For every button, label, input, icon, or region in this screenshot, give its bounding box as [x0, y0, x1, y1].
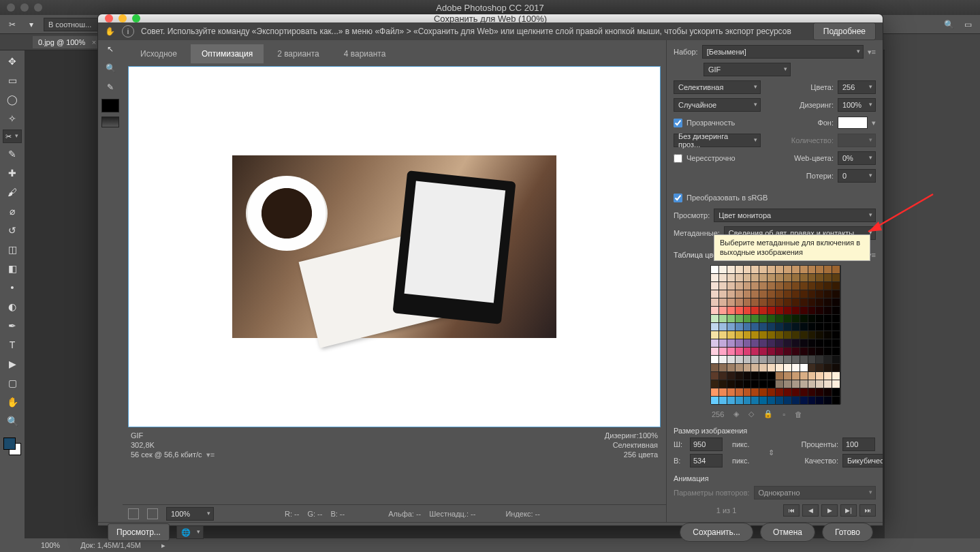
palette-swatch[interactable]: [800, 331, 808, 339]
palette-swatch[interactable]: [744, 274, 752, 282]
palette-swatch[interactable]: [784, 364, 792, 372]
shape-tool-icon[interactable]: ▢: [3, 375, 22, 391]
more-button[interactable]: Подробнее: [813, 22, 876, 40]
palette-swatch[interactable]: [759, 348, 768, 356]
palette-swatch[interactable]: [800, 356, 808, 364]
palette-type-select[interactable]: Селективная: [674, 80, 761, 94]
palette-swatch[interactable]: [776, 380, 784, 388]
palette-swatch[interactable]: [711, 298, 719, 307]
palette-swatch[interactable]: [816, 274, 824, 282]
palette-swatch[interactable]: [776, 388, 784, 397]
palette-swatch[interactable]: [736, 380, 744, 388]
palette-swatch[interactable]: [792, 339, 800, 348]
palette-swatch[interactable]: [768, 331, 776, 339]
palette-swatch[interactable]: [768, 364, 776, 372]
palette-swatch[interactable]: [751, 307, 759, 315]
palette-swatch[interactable]: [759, 397, 768, 405]
palette-swatch[interactable]: [832, 331, 840, 339]
interlaced-checkbox[interactable]: [674, 154, 682, 163]
palette-swatch[interactable]: [751, 298, 759, 307]
palette-swatch[interactable]: [736, 388, 744, 397]
preset-select[interactable]: [Безымени]: [702, 45, 864, 59]
lasso-tool-icon[interactable]: ◯: [3, 91, 22, 108]
palette-swatch[interactable]: [776, 298, 784, 307]
palette-swatch[interactable]: [808, 397, 817, 405]
palette-swatch[interactable]: [824, 348, 832, 356]
healing-tool-icon[interactable]: ✚: [3, 165, 22, 181]
palette-swatch[interactable]: [784, 298, 792, 307]
palette-swatch[interactable]: [808, 298, 817, 307]
palette-swatch[interactable]: [711, 364, 719, 372]
palette-swatch[interactable]: [736, 298, 744, 307]
palette-swatch[interactable]: [824, 364, 832, 372]
play-button[interactable]: ▶: [821, 504, 838, 517]
brush-tool-icon[interactable]: 🖌: [3, 184, 22, 200]
palette-swatch[interactable]: [727, 339, 736, 348]
palette-swatch[interactable]: [808, 282, 817, 290]
palette-swatch[interactable]: [719, 380, 727, 388]
palette-swatch[interactable]: [832, 282, 840, 290]
pointer-icon[interactable]: ↖: [102, 42, 118, 57]
palette-swatch[interactable]: [792, 290, 800, 298]
palette-swatch[interactable]: [768, 388, 776, 397]
tab-original[interactable]: Исходное: [129, 44, 188, 63]
crop-tool-icon[interactable]: ✂: [3, 129, 22, 143]
palette-swatch[interactable]: [800, 372, 808, 380]
palette-swatch[interactable]: [832, 307, 840, 315]
palette-swatch[interactable]: [808, 323, 817, 331]
palette-swatch[interactable]: [784, 388, 792, 397]
palette-swatch[interactable]: [808, 380, 817, 388]
lock-icon[interactable]: 🔒: [763, 410, 773, 418]
palette-swatch[interactable]: [808, 388, 817, 397]
palette-swatch[interactable]: [727, 315, 736, 323]
wand-tool-icon[interactable]: ✧: [3, 110, 22, 127]
palette-swatch[interactable]: [800, 323, 808, 331]
palette-swatch[interactable]: [759, 364, 768, 372]
palette-swatch[interactable]: [751, 290, 759, 298]
slice-visibility-icon[interactable]: [101, 117, 119, 127]
palette-swatch[interactable]: [832, 290, 840, 298]
trash-icon[interactable]: 🗑: [795, 410, 802, 418]
palette-swatch[interactable]: [711, 282, 719, 290]
palette-swatch[interactable]: [792, 266, 800, 274]
palette-swatch[interactable]: [824, 388, 832, 397]
palette-swatch[interactable]: [784, 315, 792, 323]
quality-select[interactable]: Бикубическая: [842, 454, 883, 467]
palette-swatch[interactable]: [759, 298, 768, 307]
palette-swatch[interactable]: [744, 331, 752, 339]
stamp-tool-icon[interactable]: ⌀: [3, 203, 22, 219]
palette-swatch[interactable]: [816, 282, 824, 290]
palette-swatch[interactable]: [824, 380, 832, 388]
palette-swatch[interactable]: [792, 282, 800, 290]
palette-swatch[interactable]: [759, 315, 768, 323]
palette-swatch[interactable]: [800, 339, 808, 348]
palette-swatch[interactable]: [824, 290, 832, 298]
prev-frame-button[interactable]: ◀: [802, 504, 819, 517]
palette-swatch[interactable]: [719, 298, 727, 307]
search-icon[interactable]: 🔍: [942, 18, 955, 31]
palette-swatch[interactable]: [744, 282, 752, 290]
palette-swatch[interactable]: [751, 372, 759, 380]
palette-swatch[interactable]: [711, 266, 719, 274]
palette-swatch[interactable]: [792, 397, 800, 405]
palette-swatch[interactable]: [759, 282, 768, 290]
palette-swatch[interactable]: [759, 380, 768, 388]
palette-swatch[interactable]: [719, 266, 727, 274]
palette-swatch[interactable]: [711, 372, 719, 380]
palette-swatch[interactable]: [800, 315, 808, 323]
palette-swatch[interactable]: [776, 290, 784, 298]
palette-swatch[interactable]: [768, 266, 776, 274]
palette-swatch[interactable]: [776, 331, 784, 339]
last-frame-button[interactable]: ⏭: [859, 504, 876, 517]
palette-swatch[interactable]: [816, 339, 824, 348]
palette-swatch[interactable]: [727, 282, 736, 290]
palette-swatch[interactable]: [768, 323, 776, 331]
dither-amount-select[interactable]: 100%: [838, 98, 876, 112]
palette-swatch[interactable]: [808, 331, 817, 339]
chevron-down-icon[interactable]: ▾: [872, 119, 876, 127]
palette-swatch[interactable]: [736, 356, 744, 364]
palette-swatch[interactable]: [744, 356, 752, 364]
palette-swatch[interactable]: [792, 380, 800, 388]
palette-swatch[interactable]: [744, 266, 752, 274]
palette-swatch[interactable]: [832, 397, 840, 405]
